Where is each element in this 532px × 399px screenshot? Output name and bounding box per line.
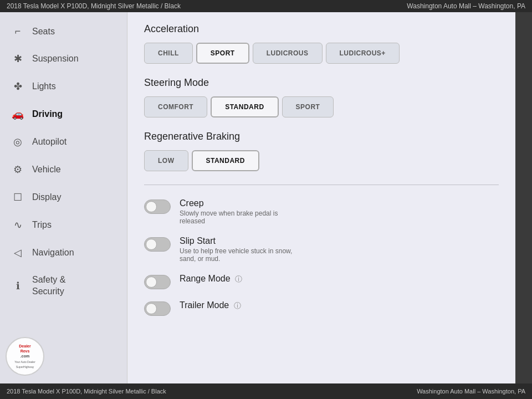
slip-start-thumb	[146, 239, 157, 250]
sidebar-label-driving: Driving	[32, 109, 63, 119]
steering-button-group: COMFORT STANDARD SPORT	[144, 96, 499, 117]
sidebar-item-driving[interactable]: 🚗 Driving	[0, 100, 127, 128]
top-bar-location: Washington Auto Mall – Washington, PA	[407, 2, 525, 10]
acceleration-button-group: CHILL SPORT LUDICROUS LUDICROUS+	[144, 43, 499, 64]
creep-desc: Slowly move when brake pedal is released	[180, 209, 301, 225]
trailer-mode-toggle[interactable]	[144, 301, 171, 316]
accel-sport-btn[interactable]: SPORT	[196, 43, 249, 64]
braking-button-group: LOW STANDARD	[144, 150, 499, 171]
top-bar: 2018 Tesla Model X P100D, Midnight Silve…	[0, 0, 532, 12]
right-panel	[515, 12, 532, 383]
sidebar-item-suspension[interactable]: ✱ Suspension	[0, 45, 127, 73]
sidebar-label-suspension: Suspension	[32, 54, 79, 64]
sidebar-label-display: Display	[32, 192, 61, 202]
steer-standard-btn[interactable]: STANDARD	[211, 96, 278, 117]
slip-start-toggle-row: Slip Start Use to help free vehicle stuc…	[144, 236, 499, 263]
sidebar-item-safety[interactable]: ℹ Safety &Security	[0, 267, 127, 305]
steering-section: Steering Mode COMFORT STANDARD SPORT	[144, 77, 499, 117]
suspension-icon: ✱	[11, 53, 24, 65]
sidebar-item-vehicle[interactable]: ⚙ Vehicle	[0, 156, 127, 183]
slip-start-label-group: Slip Start Use to help free vehicle stuc…	[180, 236, 301, 263]
watermark-badge: DealerRevs.comYour Auto Dealer SuperHigh…	[6, 337, 44, 376]
braking-section: Regenerative Braking LOW STANDARD	[144, 131, 499, 171]
display-icon: ☐	[11, 191, 24, 203]
section-divider	[144, 185, 499, 185]
range-mode-label-group: Range Mode ⓘ	[180, 274, 242, 284]
range-mode-label: Range Mode ⓘ	[180, 274, 242, 284]
safety-icon: ℹ	[11, 280, 24, 292]
lights-icon: ✤	[11, 80, 24, 93]
creep-thumb	[146, 201, 157, 212]
navigation-icon: ◁	[11, 247, 24, 259]
sidebar-item-display[interactable]: ☐ Display	[0, 183, 127, 211]
steer-sport-btn[interactable]: SPORT	[282, 96, 334, 117]
bottom-bar-right: Washington Auto Mall – Washington, PA	[417, 388, 525, 395]
sidebar-item-autopilot[interactable]: ◎ Autopilot	[0, 128, 127, 156]
braking-title: Regenerative Braking	[144, 131, 499, 142]
acceleration-title: Acceleration	[144, 23, 499, 35]
sidebar: ⌐ Seats ✱ Suspension ✤ Lights 🚗 Driving …	[0, 12, 127, 383]
brake-low-btn[interactable]: LOW	[144, 150, 188, 171]
top-bar-text: 2018 Tesla Model X P100D, Midnight Silve…	[7, 2, 181, 10]
sidebar-item-lights[interactable]: ✤ Lights	[0, 73, 127, 100]
vehicle-icon: ⚙	[11, 163, 24, 176]
sidebar-item-trips[interactable]: ∿ Trips	[0, 211, 127, 239]
sidebar-label-trips: Trips	[32, 220, 52, 230]
content-area: Acceleration CHILL SPORT LUDICROUS LUDIC…	[127, 12, 515, 383]
slip-start-label: Slip Start	[180, 236, 301, 246]
autopilot-icon: ◎	[11, 136, 24, 148]
acceleration-section: Acceleration CHILL SPORT LUDICROUS LUDIC…	[144, 23, 499, 64]
accel-chill-btn[interactable]: CHILL	[144, 43, 193, 64]
seats-icon: ⌐	[11, 25, 24, 37]
driving-icon: 🚗	[11, 108, 24, 120]
watermark-text: DealerRevs.comYour Auto Dealer SuperHigh…	[7, 344, 43, 369]
sidebar-label-safety: Safety &Security	[32, 274, 65, 298]
bottom-bar-left: 2018 Tesla Model X P100D, Midnight Silve…	[7, 388, 166, 395]
sidebar-label-navigation: Navigation	[32, 248, 74, 258]
trailer-mode-info-icon: ⓘ	[234, 301, 241, 310]
sidebar-label-vehicle: Vehicle	[32, 165, 61, 175]
range-mode-toggle[interactable]	[144, 275, 171, 289]
range-mode-toggle-row: Range Mode ⓘ	[144, 274, 499, 289]
sidebar-item-seats[interactable]: ⌐ Seats	[0, 18, 127, 45]
sidebar-label-seats: Seats	[32, 27, 55, 37]
trailer-mode-thumb	[146, 303, 157, 314]
sidebar-label-lights: Lights	[32, 81, 56, 91]
trailer-mode-label: Trailer Mode ⓘ	[180, 300, 241, 311]
slip-start-toggle[interactable]	[144, 237, 171, 252]
sidebar-label-autopilot: Autopilot	[32, 137, 66, 147]
range-mode-thumb	[146, 277, 157, 288]
trailer-mode-toggle-row: Trailer Mode ⓘ	[144, 300, 499, 316]
slip-start-desc: Use to help free vehicle stuck in snow, …	[180, 247, 301, 263]
steering-title: Steering Mode	[144, 77, 499, 89]
creep-toggle[interactable]	[144, 200, 171, 214]
accel-ludicrous-btn[interactable]: LUDICROUS	[253, 43, 323, 64]
main-layout: ⌐ Seats ✱ Suspension ✤ Lights 🚗 Driving …	[0, 12, 532, 383]
bottom-bar: 2018 Tesla Model X P100D, Midnight Silve…	[0, 383, 532, 399]
sidebar-item-navigation[interactable]: ◁ Navigation	[0, 239, 127, 267]
creep-toggle-row: Creep Slowly move when brake pedal is re…	[144, 198, 499, 225]
trips-icon: ∿	[11, 219, 24, 231]
steer-comfort-btn[interactable]: COMFORT	[144, 96, 207, 117]
range-mode-info-icon: ⓘ	[235, 275, 242, 283]
trailer-mode-label-group: Trailer Mode ⓘ	[180, 300, 241, 311]
watermark: DealerRevs.comYour Auto Dealer SuperHigh…	[6, 337, 44, 376]
accel-ludicrous-plus-btn[interactable]: LUDICROUS+	[326, 43, 400, 64]
creep-label-group: Creep Slowly move when brake pedal is re…	[180, 198, 301, 225]
creep-label: Creep	[180, 198, 301, 208]
brake-standard-btn[interactable]: STANDARD	[192, 150, 259, 171]
